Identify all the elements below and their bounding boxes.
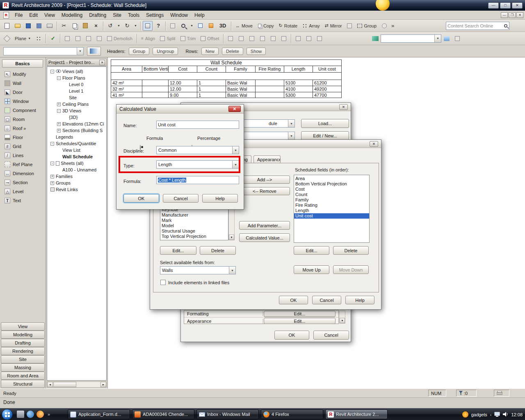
list-item[interactable]: Manufacturer <box>160 212 228 218</box>
tree-item-floor-plans[interactable]: -Floor Plans <box>47 75 106 81</box>
column-header-length[interactable]: Length <box>284 66 313 72</box>
delete-row-button[interactable]: Delete <box>222 48 243 55</box>
tool-floor[interactable]: Floor <box>2 133 44 142</box>
help-button[interactable]: Help <box>202 194 238 203</box>
window-titlebar[interactable]: R Revit Architecture 2009 - [Project1 - … <box>0 0 525 11</box>
cell[interactable] <box>256 92 284 98</box>
cell[interactable]: 12.00 <box>169 86 197 92</box>
tool-component[interactable]: Component <box>2 106 44 115</box>
list-item[interactable]: Structural Usage <box>160 228 228 234</box>
tree-item-sheets[interactable]: -Sheets (all) <box>47 160 106 167</box>
tool-section[interactable]: ⊸Section <box>2 178 44 187</box>
cut-button[interactable]: ✂ <box>59 21 69 31</box>
tool-ref-plane[interactable]: Ref Plane <box>2 160 44 169</box>
view-shaded-button[interactable] <box>206 21 216 31</box>
menu-window[interactable]: Window <box>167 11 191 19</box>
scheduled-fields-list[interactable]: Area Bottom Vertical Projection Cost Cou… <box>294 175 370 243</box>
toolbar-overflow-icon[interactable]: » <box>390 21 395 31</box>
cell[interactable] <box>142 86 169 92</box>
save-button[interactable] <box>23 21 33 31</box>
taskbar-button-firefox[interactable]: 4 Firefox <box>261 409 323 419</box>
cell[interactable]: Basic Wal <box>226 86 256 92</box>
discipline-combo[interactable]: Common▼ <box>156 146 239 154</box>
quick-launch-icon-1[interactable] <box>17 411 24 418</box>
pin-button[interactable] <box>379 21 389 31</box>
taskbar-button-application-form[interactable]: Application_Form.d... <box>68 409 130 419</box>
edit-new-button[interactable]: Edit / New... <box>301 131 349 140</box>
work-plane-button[interactable]: Plane▼ <box>12 34 33 43</box>
tree-item-groups[interactable]: +Groups <box>47 180 106 186</box>
tool-door[interactable]: ◣Door <box>2 88 44 97</box>
cell[interactable]: 41 m² <box>111 92 142 98</box>
chevron-down-icon[interactable]: ▼ <box>229 267 235 274</box>
calculated-value-button[interactable]: Calculated Value... <box>239 233 290 242</box>
close-icon[interactable]: ✕ <box>228 106 241 112</box>
add-parameter-button[interactable]: Add Parameter... <box>239 221 290 230</box>
menu-edit[interactable]: Edit <box>26 11 41 19</box>
scrollbar-thumb[interactable] <box>53 382 76 387</box>
cell[interactable]: 1 <box>197 86 226 92</box>
cell[interactable]: 47700 <box>313 92 342 98</box>
collapse-icon[interactable]: - <box>50 70 54 73</box>
component-button[interactable] <box>168 21 178 31</box>
add-field-button[interactable]: Add --> <box>239 176 290 184</box>
cancel-button[interactable]: Cancel <box>313 331 349 340</box>
calculated-value-titlebar[interactable]: Calculated Value ✕ <box>116 105 244 114</box>
cell[interactable] <box>256 80 284 86</box>
tab-appearance[interactable]: Appearance <box>253 155 281 163</box>
delete-scheduled-button[interactable]: Delete <box>333 246 369 255</box>
edit-cut-button[interactable] <box>73 34 83 43</box>
tool-window[interactable]: Window <box>2 97 44 106</box>
type-combo[interactable]: Length▼ <box>156 160 239 169</box>
paste-button[interactable] <box>80 21 90 31</box>
zoom-button[interactable] <box>178 21 188 31</box>
align-button[interactable]: ≡Align <box>139 34 158 43</box>
cell[interactable]: Basic Wal <box>226 92 256 98</box>
mirror-button[interactable]: ⇄Mirror <box>322 21 345 31</box>
edit-scheduled-button[interactable]: Edit... <box>294 246 329 255</box>
cell[interactable]: 5100 <box>284 80 313 86</box>
tree-item-schedules[interactable]: -Schedules/Quantitie <box>47 140 106 147</box>
edit-available-button[interactable]: Edit... <box>160 246 196 255</box>
column-header-count[interactable]: Count <box>197 66 226 72</box>
tree-item-families[interactable]: +Families <box>47 173 106 180</box>
undo-button[interactable]: ↺ <box>105 21 115 31</box>
tree-item-level-0[interactable]: Level 0 <box>47 81 106 88</box>
designbar-tab-rendering[interactable]: Rendering <box>1 347 45 355</box>
type-selector-combo[interactable]: ▼ <box>3 47 84 55</box>
paste-aligned-button[interactable] <box>236 34 246 43</box>
calculator-button[interactable] <box>315 34 324 43</box>
menu-settings[interactable]: Settings <box>143 11 167 19</box>
load-button[interactable]: Load... <box>301 119 349 128</box>
collapse-icon[interactable]: - <box>50 162 54 165</box>
tree-item-3d-views[interactable]: -3D Views <box>47 107 106 114</box>
list-item[interactable]: Count <box>294 192 369 197</box>
tree-item-wall-schedule[interactable]: Wall Schedule <box>47 153 106 160</box>
menu-tools[interactable]: Tools <box>125 11 143 19</box>
mdi-close-icon[interactable]: ✕ <box>516 12 523 18</box>
gadgets-label[interactable]: gadgets <box>471 412 487 417</box>
tool-text[interactable]: TText <box>2 196 44 205</box>
volume-icon[interactable] <box>503 412 508 418</box>
delete-available-button[interactable]: Delete <box>200 246 236 255</box>
taskbar-button-revit[interactable]: R Revit Architecture 2... <box>325 409 388 419</box>
cell[interactable]: 9.00 <box>169 92 197 98</box>
tree-item-elevations[interactable]: +Elevations (12mm Ci <box>47 121 106 127</box>
column-header-area[interactable]: Area <box>111 66 142 72</box>
list-item[interactable]: Fire Rating <box>294 203 369 208</box>
browser-horizontal-scrollbar[interactable]: ◄ ► <box>47 381 107 388</box>
wall-join-button[interactable] <box>62 34 72 43</box>
taskbar-button-ada[interactable]: ADA000346 Chende... <box>132 409 194 419</box>
collapse-icon[interactable]: - <box>50 142 54 146</box>
delete-button[interactable]: × <box>91 21 101 31</box>
tree-item-a100[interactable]: A100 - Unnamed <box>47 167 106 173</box>
cell[interactable]: 61200 <box>313 80 342 86</box>
cancel-button[interactable]: Cancel <box>312 296 341 304</box>
undo-dropdown-icon[interactable]: ▼ <box>116 21 121 31</box>
gadgets-icon[interactable] <box>462 411 468 418</box>
chevron-down-icon[interactable]: ▼ <box>232 161 239 168</box>
print-button[interactable] <box>45 21 55 31</box>
default-3d-view-button[interactable]: 3D <box>217 21 229 31</box>
redo-button[interactable]: ↻ <box>122 21 132 31</box>
move-down-button[interactable]: Move Down <box>333 265 369 274</box>
